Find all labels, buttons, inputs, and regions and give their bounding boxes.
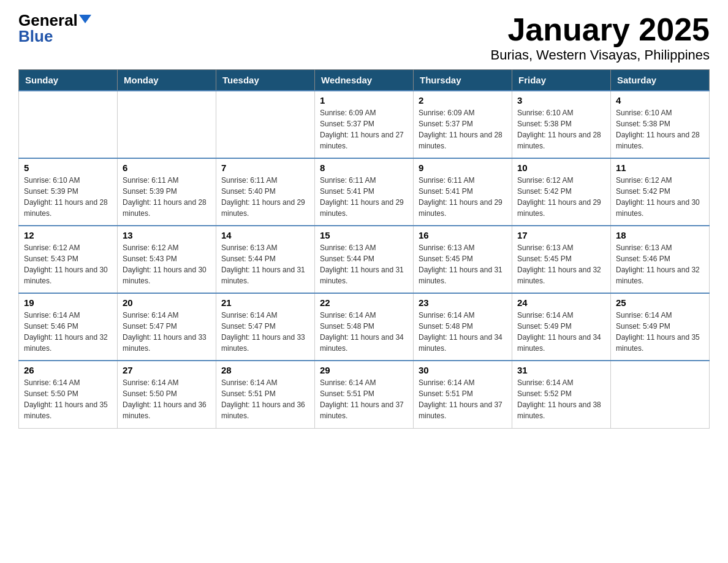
day-info: Sunrise: 6:11 AM Sunset: 5:41 PM Dayligh… bbox=[419, 175, 507, 219]
day-number: 15 bbox=[320, 230, 408, 240]
day-info: Sunrise: 6:13 AM Sunset: 5:44 PM Dayligh… bbox=[320, 242, 408, 286]
calendar-cell: 7Sunrise: 6:11 AM Sunset: 5:40 PM Daylig… bbox=[216, 158, 315, 226]
calendar-cell: 16Sunrise: 6:13 AM Sunset: 5:45 PM Dayli… bbox=[414, 226, 512, 293]
day-info: Sunrise: 6:14 AM Sunset: 5:48 PM Dayligh… bbox=[419, 310, 507, 354]
day-number: 23 bbox=[419, 297, 507, 308]
day-number: 27 bbox=[123, 365, 211, 375]
logo-general-text: General bbox=[18, 12, 78, 28]
day-info: Sunrise: 6:10 AM Sunset: 5:38 PM Dayligh… bbox=[616, 107, 704, 151]
calendar-cell: 22Sunrise: 6:14 AM Sunset: 5:48 PM Dayli… bbox=[315, 293, 414, 361]
day-info: Sunrise: 6:14 AM Sunset: 5:51 PM Dayligh… bbox=[221, 377, 309, 421]
day-info: Sunrise: 6:09 AM Sunset: 5:37 PM Dayligh… bbox=[419, 107, 507, 151]
calendar-cell: 8Sunrise: 6:11 AM Sunset: 5:41 PM Daylig… bbox=[315, 158, 414, 226]
calendar-cell bbox=[118, 91, 216, 158]
day-number: 10 bbox=[517, 163, 605, 173]
day-info: Sunrise: 6:14 AM Sunset: 5:49 PM Dayligh… bbox=[517, 310, 605, 354]
calendar-week-row: 1Sunrise: 6:09 AM Sunset: 5:37 PM Daylig… bbox=[19, 91, 710, 158]
day-info: Sunrise: 6:14 AM Sunset: 5:48 PM Dayligh… bbox=[320, 310, 408, 354]
calendar-cell: 5Sunrise: 6:10 AM Sunset: 5:39 PM Daylig… bbox=[19, 158, 118, 226]
day-info: Sunrise: 6:10 AM Sunset: 5:39 PM Dayligh… bbox=[24, 175, 112, 219]
calendar-cell: 25Sunrise: 6:14 AM Sunset: 5:49 PM Dayli… bbox=[611, 293, 710, 361]
calendar-cell bbox=[611, 361, 710, 428]
day-info: Sunrise: 6:14 AM Sunset: 5:46 PM Dayligh… bbox=[24, 310, 112, 354]
day-number: 30 bbox=[419, 365, 507, 375]
day-info: Sunrise: 6:13 AM Sunset: 5:45 PM Dayligh… bbox=[517, 242, 605, 286]
day-number: 25 bbox=[616, 297, 704, 308]
calendar-week-row: 5Sunrise: 6:10 AM Sunset: 5:39 PM Daylig… bbox=[19, 158, 710, 226]
calendar-cell: 29Sunrise: 6:14 AM Sunset: 5:51 PM Dayli… bbox=[315, 361, 414, 428]
calendar-cell: 2Sunrise: 6:09 AM Sunset: 5:37 PM Daylig… bbox=[414, 91, 512, 158]
day-info: Sunrise: 6:14 AM Sunset: 5:50 PM Dayligh… bbox=[24, 377, 112, 421]
day-number: 19 bbox=[24, 297, 112, 308]
day-info: Sunrise: 6:09 AM Sunset: 5:37 PM Dayligh… bbox=[320, 107, 408, 151]
calendar-cell: 9Sunrise: 6:11 AM Sunset: 5:41 PM Daylig… bbox=[414, 158, 512, 226]
day-number: 5 bbox=[24, 163, 112, 173]
day-info: Sunrise: 6:14 AM Sunset: 5:50 PM Dayligh… bbox=[123, 377, 211, 421]
day-number: 2 bbox=[419, 95, 507, 105]
calendar-day-header: Wednesday bbox=[315, 70, 414, 91]
day-info: Sunrise: 6:12 AM Sunset: 5:43 PM Dayligh… bbox=[123, 242, 211, 286]
day-number: 11 bbox=[616, 163, 704, 173]
day-number: 17 bbox=[517, 230, 605, 240]
day-number: 22 bbox=[320, 297, 408, 308]
day-info: Sunrise: 6:11 AM Sunset: 5:41 PM Dayligh… bbox=[320, 175, 408, 219]
logo-triangle-icon bbox=[79, 15, 91, 23]
calendar-cell: 24Sunrise: 6:14 AM Sunset: 5:49 PM Dayli… bbox=[512, 293, 611, 361]
calendar-cell: 4Sunrise: 6:10 AM Sunset: 5:38 PM Daylig… bbox=[611, 91, 710, 158]
logo-blue-text: Blue bbox=[18, 28, 53, 44]
day-number: 28 bbox=[221, 365, 309, 375]
calendar-week-row: 19Sunrise: 6:14 AM Sunset: 5:46 PM Dayli… bbox=[19, 293, 710, 361]
calendar-week-row: 12Sunrise: 6:12 AM Sunset: 5:43 PM Dayli… bbox=[19, 226, 710, 293]
day-info: Sunrise: 6:13 AM Sunset: 5:45 PM Dayligh… bbox=[419, 242, 507, 286]
day-number: 4 bbox=[616, 95, 704, 105]
day-number: 14 bbox=[221, 230, 309, 240]
calendar-day-header: Monday bbox=[118, 70, 216, 91]
calendar-day-header: Sunday bbox=[19, 70, 118, 91]
calendar-cell: 1Sunrise: 6:09 AM Sunset: 5:37 PM Daylig… bbox=[315, 91, 414, 158]
day-number: 8 bbox=[320, 163, 408, 173]
day-info: Sunrise: 6:12 AM Sunset: 5:43 PM Dayligh… bbox=[24, 242, 112, 286]
day-info: Sunrise: 6:14 AM Sunset: 5:47 PM Dayligh… bbox=[123, 310, 211, 354]
calendar-cell: 12Sunrise: 6:12 AM Sunset: 5:43 PM Dayli… bbox=[19, 226, 118, 293]
day-number: 26 bbox=[24, 365, 112, 375]
day-number: 20 bbox=[123, 297, 211, 308]
calendar-cell: 17Sunrise: 6:13 AM Sunset: 5:45 PM Dayli… bbox=[512, 226, 611, 293]
day-number: 1 bbox=[320, 95, 408, 105]
calendar-cell: 26Sunrise: 6:14 AM Sunset: 5:50 PM Dayli… bbox=[19, 361, 118, 428]
calendar-cell: 15Sunrise: 6:13 AM Sunset: 5:44 PM Dayli… bbox=[315, 226, 414, 293]
calendar-cell: 23Sunrise: 6:14 AM Sunset: 5:48 PM Dayli… bbox=[414, 293, 512, 361]
calendar-cell: 20Sunrise: 6:14 AM Sunset: 5:47 PM Dayli… bbox=[118, 293, 216, 361]
calendar-cell: 21Sunrise: 6:14 AM Sunset: 5:47 PM Dayli… bbox=[216, 293, 315, 361]
day-info: Sunrise: 6:13 AM Sunset: 5:44 PM Dayligh… bbox=[221, 242, 309, 286]
page-subtitle: Burias, Western Visayas, Philippines bbox=[491, 47, 710, 63]
day-info: Sunrise: 6:14 AM Sunset: 5:51 PM Dayligh… bbox=[419, 377, 507, 421]
calendar-table: SundayMondayTuesdayWednesdayThursdayFrid… bbox=[18, 69, 710, 429]
day-number: 31 bbox=[517, 365, 605, 375]
calendar-cell: 10Sunrise: 6:12 AM Sunset: 5:42 PM Dayli… bbox=[512, 158, 611, 226]
day-info: Sunrise: 6:14 AM Sunset: 5:47 PM Dayligh… bbox=[221, 310, 309, 354]
day-number: 12 bbox=[24, 230, 112, 240]
calendar-cell: 30Sunrise: 6:14 AM Sunset: 5:51 PM Dayli… bbox=[414, 361, 512, 428]
calendar-day-header: Friday bbox=[512, 70, 611, 91]
day-number: 18 bbox=[616, 230, 704, 240]
day-info: Sunrise: 6:14 AM Sunset: 5:49 PM Dayligh… bbox=[616, 310, 704, 354]
calendar-cell: 18Sunrise: 6:13 AM Sunset: 5:46 PM Dayli… bbox=[611, 226, 710, 293]
day-info: Sunrise: 6:11 AM Sunset: 5:39 PM Dayligh… bbox=[123, 175, 211, 219]
calendar-cell: 6Sunrise: 6:11 AM Sunset: 5:39 PM Daylig… bbox=[118, 158, 216, 226]
day-number: 21 bbox=[221, 297, 309, 308]
calendar-cell: 14Sunrise: 6:13 AM Sunset: 5:44 PM Dayli… bbox=[216, 226, 315, 293]
calendar-day-header: Saturday bbox=[611, 70, 710, 91]
calendar-cell: 28Sunrise: 6:14 AM Sunset: 5:51 PM Dayli… bbox=[216, 361, 315, 428]
day-number: 29 bbox=[320, 365, 408, 375]
day-number: 9 bbox=[419, 163, 507, 173]
calendar-cell bbox=[19, 91, 118, 158]
day-info: Sunrise: 6:11 AM Sunset: 5:40 PM Dayligh… bbox=[221, 175, 309, 219]
day-number: 6 bbox=[123, 163, 211, 173]
day-info: Sunrise: 6:14 AM Sunset: 5:52 PM Dayligh… bbox=[517, 377, 605, 421]
day-number: 16 bbox=[419, 230, 507, 240]
calendar-cell bbox=[216, 91, 315, 158]
day-number: 3 bbox=[517, 95, 605, 105]
calendar-week-row: 26Sunrise: 6:14 AM Sunset: 5:50 PM Dayli… bbox=[19, 361, 710, 428]
calendar-cell: 13Sunrise: 6:12 AM Sunset: 5:43 PM Dayli… bbox=[118, 226, 216, 293]
calendar-cell: 27Sunrise: 6:14 AM Sunset: 5:50 PM Dayli… bbox=[118, 361, 216, 428]
